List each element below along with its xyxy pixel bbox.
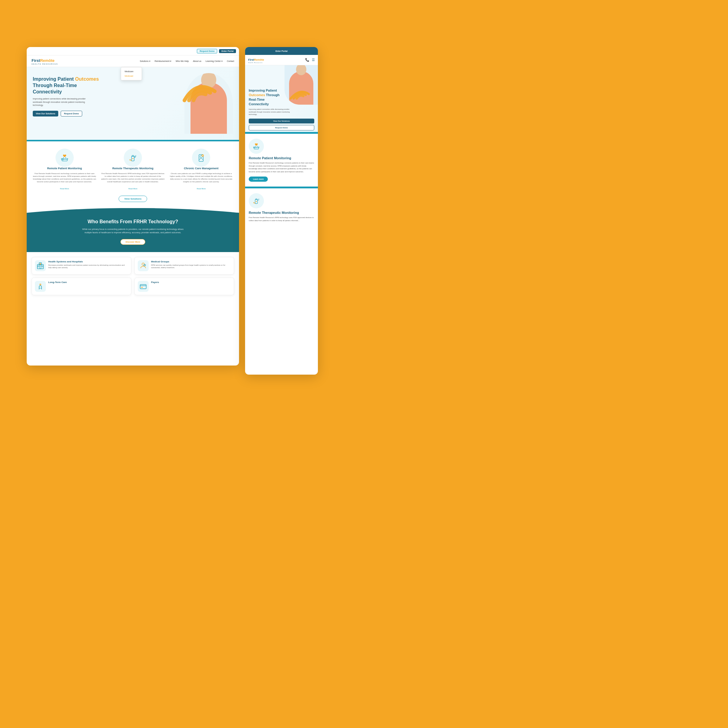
mobile-hero-highlight: Outcomes xyxy=(249,93,265,97)
benefit-card-content-health: Health Systems and Hospitals Decrease pr… xyxy=(48,260,128,269)
logo-sub: HEALTH RESOURCES xyxy=(32,63,58,65)
who-benefits-subtitle: While our primary focus is connecting pa… xyxy=(81,228,184,234)
svg-rect-15 xyxy=(41,266,43,267)
doctor-icon-wrap xyxy=(138,260,148,271)
medical-groups-text: RPM services can quickly medical groups … xyxy=(151,264,231,269)
who-benefits-section: Who Benefits From FRHR Technology? While… xyxy=(27,208,239,252)
enter-portal-button[interactable]: Enter Portal xyxy=(219,49,236,53)
nav-dropdown: Medicare Medicaid xyxy=(121,67,142,80)
nav-about[interactable]: About us xyxy=(193,60,202,62)
ccm-read-more[interactable]: Read More xyxy=(197,188,206,190)
mobile-topbar: Enter Portal xyxy=(245,47,318,55)
mobile-logo[interactable]: FirstRemōte Health Resources xyxy=(248,57,264,63)
wifi-svg xyxy=(172,76,221,107)
mobile-wifi-svg xyxy=(288,86,312,102)
svg-point-30 xyxy=(253,202,254,203)
nav-who-we-help[interactable]: Who We Help xyxy=(176,60,189,62)
bottle-wifi-icon xyxy=(128,153,138,162)
svg-point-17 xyxy=(142,263,144,265)
mobile-rtm-text: First Remote Health Resource's RPM techn… xyxy=(249,216,314,222)
mobile-rtm-icon xyxy=(249,193,264,208)
request-demo-hero-button[interactable]: Request Demo xyxy=(61,111,82,116)
hero-wifi-graphic xyxy=(172,76,221,108)
mobile-hero-title: Improving Patient Outcomes Through Real-… xyxy=(249,88,285,106)
nav-reimbursement[interactable]: Reimbursement ▾ xyxy=(155,60,171,63)
svg-point-21 xyxy=(40,284,41,286)
discover-more-button[interactable]: Discover More xyxy=(121,239,145,245)
hero-title-part1: Improving Patient Outcomes Through Real-… xyxy=(33,76,99,94)
view-solutions-button[interactable]: View Our Solutions xyxy=(33,111,58,116)
mobile-rpm-title: Remote Patient Monitoring xyxy=(249,156,314,160)
mobile-rpm-learn-button[interactable]: Learn more xyxy=(249,177,268,182)
solution-card-rtm: Remote Therapeutic Monitoring First Remo… xyxy=(101,148,164,191)
svg-point-4 xyxy=(130,159,131,161)
dropdown-medicaid[interactable]: Medicaid xyxy=(121,74,142,78)
rpm-read-more[interactable]: Read More xyxy=(60,188,69,190)
nav-learning[interactable]: Learning Center ▾ xyxy=(206,60,223,63)
desktop-topbar: Request Demo Enter Portal xyxy=(27,47,239,55)
mobile-logo-sub: Health Resources xyxy=(248,62,264,63)
dropdown-medicare[interactable]: Medicare xyxy=(121,69,142,74)
logo-first: First xyxy=(32,58,40,63)
mobile-request-demo-button[interactable]: Request Demo xyxy=(249,125,314,130)
hero-subtitle: Improving patient connections while decr… xyxy=(33,97,93,107)
rtm-icon-circle xyxy=(124,148,142,167)
solution-card-rpm: Remote Patient Monitoring First Remote H… xyxy=(33,148,96,191)
mobile-rpm-text: First Remote Health Resource's technolog… xyxy=(249,162,314,173)
nav-solutions[interactable]: Solutions ▾ xyxy=(140,60,150,63)
benefit-card-content-payers: Payers xyxy=(151,281,159,284)
mobile-nav: FirstRemōte Health Resources 📞 ☰ xyxy=(245,55,318,65)
desktop-nav: FirstRemōte HEALTH RESOURCES Solutions ▾… xyxy=(27,55,239,67)
hospital-icon xyxy=(37,262,44,269)
mobile-logo-remote: Remōte xyxy=(254,58,264,61)
mobile-wifi-graphic xyxy=(288,86,312,103)
benefit-card-medical-groups: Medical Groups RPM services can quickly … xyxy=(135,257,234,275)
mobile-solution-rtm: Remote Therapeutic Monitoring First Remo… xyxy=(245,188,318,229)
mobile-person-head xyxy=(296,65,306,75)
svg-point-3 xyxy=(132,158,133,159)
mobile-menu-icon[interactable]: ☰ xyxy=(312,58,315,62)
svg-rect-16 xyxy=(40,266,41,269)
ltc-icon-wrap xyxy=(35,281,46,292)
mobile-bottle-wifi-icon xyxy=(252,197,260,205)
benefit-card-content-ltc: Long-Term Care xyxy=(48,281,67,284)
svg-point-31 xyxy=(254,203,255,204)
benefit-card-payers: Payers xyxy=(135,278,234,295)
solutions-grid: Remote Patient Monitoring First Remote H… xyxy=(33,148,233,191)
mobile-hand-heart-icon xyxy=(252,142,260,150)
logo[interactable]: FirstRemōte HEALTH RESOURCES xyxy=(32,58,58,65)
health-systems-text: Decrease provider workloads and improve … xyxy=(48,264,128,269)
phone-person-icon xyxy=(196,153,206,162)
solution-card-ccm: Chronic Care Management Chronic care pat… xyxy=(170,148,233,191)
logo-remote: Remōte xyxy=(40,58,55,63)
request-demo-button[interactable]: Request Demo xyxy=(197,49,217,54)
medical-groups-title: Medical Groups xyxy=(151,260,231,263)
svg-point-29 xyxy=(256,201,257,202)
hand-heart-icon xyxy=(60,153,69,162)
payers-title: Payers xyxy=(151,281,159,284)
nav-contact[interactable]: Contact xyxy=(227,60,234,62)
mobile-phone-icon[interactable]: 📞 xyxy=(305,58,309,62)
view-solutions-button-bottom[interactable]: View Solutions xyxy=(119,196,147,202)
mobile-view-solutions-button[interactable]: View Our Solutions xyxy=(249,119,314,124)
health-systems-title: Health Systems and Hospitals xyxy=(48,260,128,263)
solutions-section: Remote Patient Monitoring First Remote H… xyxy=(27,141,239,208)
mobile-topbar-text: Enter Portal xyxy=(275,50,288,52)
hero-title-highlight: Outcomes xyxy=(75,76,99,82)
benefit-card-ltc: Long-Term Care xyxy=(32,278,132,295)
ltc-icon xyxy=(37,283,44,290)
rpm-icon-circle xyxy=(55,148,74,167)
view-solutions-center: View Solutions xyxy=(33,195,233,202)
mobile-hero-buttons: View Our Solutions Request Demo xyxy=(249,119,314,130)
mobile-rpm-icon xyxy=(249,139,264,154)
mobile-hero-subtitle: Improving patient connection while decre… xyxy=(249,108,291,116)
hospital-icon-wrap xyxy=(35,260,46,271)
benefit-cards-grid: Health Systems and Hospitals Decrease pr… xyxy=(27,252,239,300)
rtm-title: Remote Therapeutic Monitoring xyxy=(101,167,164,170)
rpm-title: Remote Patient Monitoring xyxy=(33,167,96,170)
rtm-read-more[interactable]: Read More xyxy=(128,188,138,190)
ccm-title: Chronic Care Management xyxy=(170,167,233,170)
mobile-hero: Improving Patient Outcomes Through Real-… xyxy=(245,65,318,132)
mobile-window: Enter Portal FirstRemōte Health Resource… xyxy=(245,47,318,375)
who-benefits-title: Who Benefits From FRHR Technology? xyxy=(33,219,233,225)
